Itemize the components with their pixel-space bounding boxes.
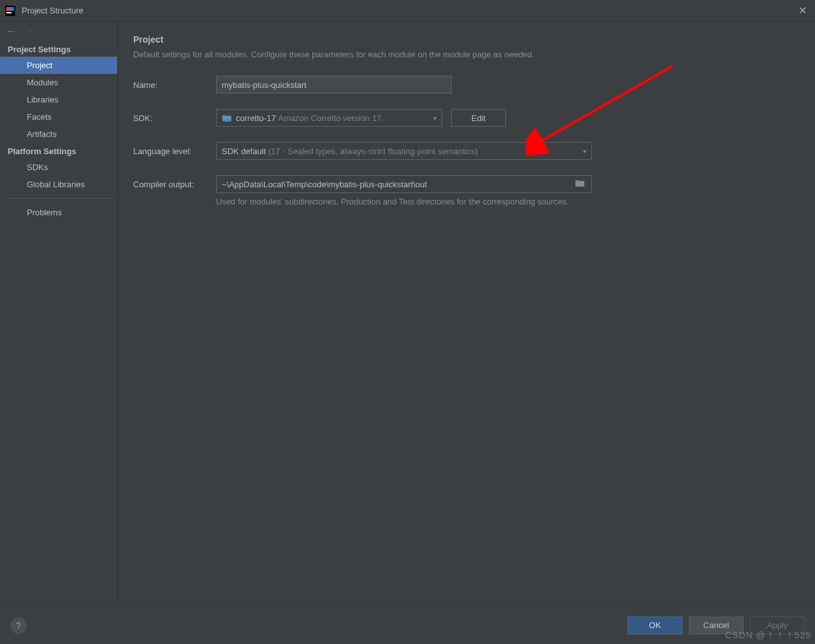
sdk-label: SDK: xyxy=(133,113,216,123)
sdk-detail: Amazon Corretto version 17. xyxy=(278,113,384,123)
svg-rect-1 xyxy=(6,7,10,11)
titlebar: Project Structure ✕ xyxy=(0,0,815,22)
compiler-output-help: Used for modules' subdirectories, Produc… xyxy=(216,197,800,206)
apply-button: Apply xyxy=(750,617,805,634)
sidebar-item-label: Facets xyxy=(27,112,52,122)
sidebar-item-label: Libraries xyxy=(27,95,59,104)
sidebar-item-facets[interactable]: Facets xyxy=(0,108,117,125)
sidebar-item-problems[interactable]: Problems xyxy=(0,204,117,221)
sdk-edit-button[interactable]: Edit xyxy=(451,109,506,127)
cancel-button[interactable]: Cancel xyxy=(689,617,744,634)
language-level-detail: (17 - Sealed types, always-strict floati… xyxy=(268,147,478,156)
section-platform-settings: Platform Settings xyxy=(0,143,117,159)
page-subtitle: Default settings for all modules. Config… xyxy=(133,50,800,59)
dialog-footer: ? OK Cancel Apply xyxy=(0,606,815,644)
sidebar-item-artifacts[interactable]: Artifacts xyxy=(0,125,117,143)
window-title: Project Structure xyxy=(22,6,83,15)
compiler-output-label: Compiler output: xyxy=(133,180,216,189)
nav-back-icon[interactable]: ← xyxy=(6,25,17,37)
sidebar-item-libraries[interactable]: Libraries xyxy=(0,91,117,108)
chevron-down-icon: ▾ xyxy=(583,148,586,155)
sidebar-item-sdks[interactable]: SDKs xyxy=(0,159,117,176)
main-panel: Project Default settings for all modules… xyxy=(118,22,815,606)
folder-icon xyxy=(222,113,232,122)
sidebar-item-label: Global Libraries xyxy=(27,180,85,189)
app-icon xyxy=(5,6,15,16)
sdk-select[interactable]: corretto-17 Amazon Corretto version 17. … xyxy=(216,109,442,127)
name-label: Name: xyxy=(133,80,216,90)
chevron-down-icon: ▾ xyxy=(433,115,436,122)
sidebar-item-label: Problems xyxy=(27,208,62,217)
section-project-settings: Project Settings xyxy=(0,41,117,57)
ok-button[interactable]: OK xyxy=(628,617,682,634)
sidebar-item-label: Project xyxy=(27,61,52,70)
svg-rect-4 xyxy=(225,119,231,122)
svg-rect-2 xyxy=(10,7,14,11)
sidebar-item-label: Artifacts xyxy=(27,129,57,139)
sidebar-divider xyxy=(5,198,112,199)
language-level-select[interactable]: SDK default (17 - Sealed types, always-s… xyxy=(216,142,592,160)
sidebar-nav-toolbar: ← → xyxy=(0,22,117,41)
row-compiler-output: Compiler output: ~\AppData\Local\Temp\co… xyxy=(133,175,800,193)
help-button[interactable]: ? xyxy=(10,617,27,634)
project-name-input[interactable] xyxy=(216,76,452,94)
sidebar: ← → Project Settings Project Modules Lib… xyxy=(0,22,118,606)
close-icon[interactable]: ✕ xyxy=(795,3,810,18)
sidebar-item-project[interactable]: Project xyxy=(0,57,117,74)
sidebar-item-global-libraries[interactable]: Global Libraries xyxy=(0,176,117,193)
page-title: Project xyxy=(133,34,800,45)
row-language-level: Language level: SDK default (17 - Sealed… xyxy=(133,142,800,160)
language-level-value: SDK default xyxy=(222,147,266,156)
row-sdk: SDK: corretto-17 Amazon Corretto version… xyxy=(133,109,800,127)
language-level-label: Language level: xyxy=(133,147,216,156)
sdk-name: corretto-17 xyxy=(236,113,276,123)
sidebar-item-label: SDKs xyxy=(27,162,48,172)
svg-rect-3 xyxy=(6,12,11,13)
compiler-output-input[interactable]: ~\AppData\Local\Temp\code\mybatis-plus-q… xyxy=(216,175,592,193)
sidebar-item-modules[interactable]: Modules xyxy=(0,74,117,91)
nav-forward-icon: → xyxy=(25,25,36,37)
compiler-output-value: ~\AppData\Local\Temp\code\mybatis-plus-q… xyxy=(222,180,427,189)
sidebar-item-label: Modules xyxy=(27,78,58,87)
browse-folder-icon[interactable] xyxy=(575,179,585,189)
row-name: Name: xyxy=(133,76,800,94)
